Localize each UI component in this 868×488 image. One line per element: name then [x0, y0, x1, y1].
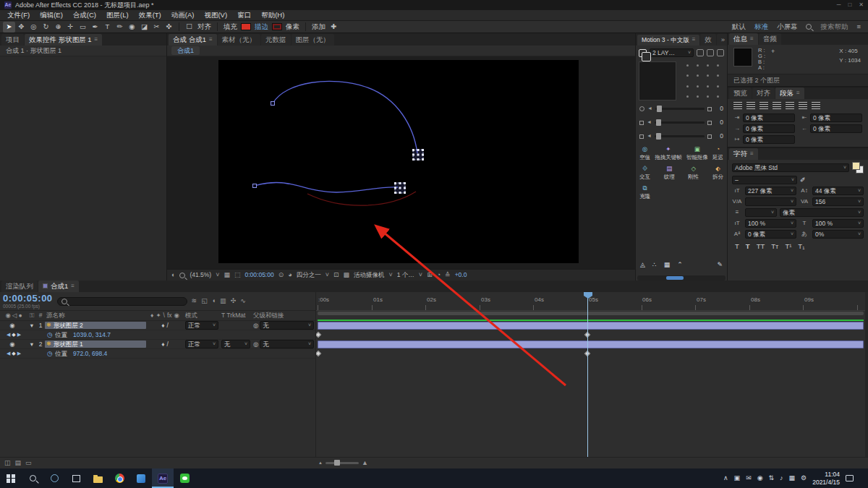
motion-blur-icon[interactable]: ✣ [231, 297, 237, 305]
menu-view[interactable]: 视图(V) [204, 11, 227, 19]
security-icon[interactable]: ▣ [734, 474, 741, 482]
always-preview-icon[interactable]: ◐ [171, 271, 175, 279]
layer-row-2[interactable]: ◉ ▾ 2 ✱形状图层 1 ♦/ 正常˅ 无˅ ◎无˅ [0, 340, 315, 349]
viewer-timecode[interactable]: 0:00:05:00 [245, 271, 274, 278]
snapshot-icon[interactable]: ⊙ [278, 271, 284, 279]
hide-shy-icon[interactable]: ◖ [212, 297, 216, 305]
panel-menu-icon[interactable]: ≡ [95, 36, 98, 43]
start-button[interactable] [0, 468, 22, 488]
motion-button-texture[interactable]: ▤纹理 [664, 165, 675, 180]
wechat-button[interactable] [174, 468, 195, 488]
indent-left-field[interactable]: ⇥0 像素 [733, 114, 795, 122]
stroke-unit-select[interactable]: 像素˅ [780, 208, 864, 217]
menu-composition[interactable]: 合成(C) [73, 11, 96, 19]
pickwhip-icon[interactable]: ◎ [253, 341, 258, 348]
expand-arrow-icon[interactable]: ▾ [27, 341, 36, 348]
keyframe-icon[interactable] [316, 332, 321, 338]
property-name[interactable]: 位置 [55, 331, 67, 338]
composition-canvas[interactable] [218, 60, 579, 263]
file-explorer-button[interactable] [87, 468, 109, 488]
comp-mini-flowchart-icon[interactable]: ≋ [192, 297, 197, 305]
blend-mode-select[interactable]: 正常˅ [185, 340, 218, 348]
draft-3d-icon[interactable]: ◱ [201, 297, 208, 305]
workspace-small-screen[interactable]: 小屏幕 [777, 22, 798, 30]
roto-brush-tool[interactable]: ✂ [150, 22, 163, 33]
stopwatch-icon[interactable]: ◷ [45, 350, 55, 358]
transparency-grid-icon[interactable]: ▩ [343, 271, 349, 279]
justify-last-center-icon[interactable] [786, 102, 794, 109]
zoom-out-mountain-icon[interactable]: ▲ [318, 461, 323, 466]
quality-icon[interactable]: ♦ [161, 341, 164, 348]
timeline-track-area[interactable]: :00s 01s 02s 03s 04s 05s 06s 07s 08s 09s [316, 292, 865, 457]
grid-icon[interactable]: ▦ [664, 261, 671, 269]
fill-swatch[interactable] [241, 23, 251, 30]
kerning-field[interactable]: ˅ [745, 197, 796, 206]
tray-expand-icon[interactable]: ∧ [723, 474, 728, 482]
mask-visibility-icon[interactable]: ⬚ [234, 271, 241, 279]
tab-timeline-comp1[interactable]: 合成1≡ [38, 281, 79, 292]
fast-previews-icon[interactable]: ◔ [437, 271, 441, 279]
menu-file[interactable]: 文件(F) [7, 11, 30, 19]
property-row-position-2[interactable]: ◀◆▶ ◷ 位置 972.0, 698.4 [0, 349, 315, 359]
tab-metadata[interactable]: 元数据 [261, 34, 291, 46]
motion-button-interact[interactable]: ⟐交互 [639, 165, 650, 180]
checkbox-icon[interactable] [639, 121, 644, 125]
graph-editor-icon[interactable]: ∿ [240, 297, 246, 305]
tab-paragraph[interactable]: 段落≡ [775, 87, 804, 99]
menu-window[interactable]: 窗口 [237, 11, 251, 19]
tab-layer[interactable]: 图层（无） [292, 34, 335, 46]
puppet-pin-tool[interactable]: ✜ [163, 22, 175, 33]
pixel-aspect-icon[interactable]: ⊞ [427, 271, 433, 279]
tab-overflow-icon[interactable]: » [717, 34, 727, 46]
checkbox-icon[interactable] [707, 121, 712, 125]
eyedropper-icon[interactable]: ✐ [800, 176, 806, 184]
tsume-field[interactable]: 0%˅ [812, 230, 864, 239]
workspace-default[interactable]: 默认 [732, 22, 746, 30]
space-before-field[interactable]: →0 像素 [733, 124, 795, 133]
task-view-button[interactable] [65, 468, 87, 488]
vertical-scale-field[interactable]: 100 %˅ [812, 219, 864, 228]
motion-button-null[interactable]: ◎空值 [639, 145, 650, 160]
checkbox-icon[interactable] [707, 107, 712, 111]
tab-render-queue[interactable]: 渲染队列 [1, 281, 38, 292]
cortana-button[interactable] [43, 468, 65, 488]
stroke-width-field[interactable]: ˅ [745, 208, 777, 217]
zoom-tool[interactable]: ◎ [27, 22, 40, 33]
layer-row-1[interactable]: ◉ ▾ 1 ✱形状图层 2 ♦/ 正常˅ ◎无˅ [0, 321, 315, 330]
stroke-label[interactable]: 描边 [255, 22, 268, 30]
blend-mode-select[interactable]: 正常˅ [185, 321, 218, 330]
quality-icon[interactable]: ♦ [161, 322, 164, 329]
mode-header[interactable]: 模式 [184, 312, 220, 319]
menu-animation[interactable]: 动画(A) [171, 11, 195, 19]
checkbox-icon[interactable] [639, 134, 644, 139]
pickwhip-icon[interactable]: ◎ [253, 322, 258, 329]
baseline-shift-field[interactable]: 0 像素˅ [745, 230, 796, 239]
tab-project[interactable]: 项目 [1, 34, 24, 46]
motion-frame-icon[interactable] [697, 49, 704, 56]
motion-slider[interactable] [655, 135, 705, 137]
tracking-field[interactable]: 156˅ [812, 197, 864, 206]
viewer-tab-comp1[interactable]: 合成1 [171, 46, 200, 56]
layer-name[interactable]: 形状图层 2 [54, 322, 83, 329]
stopwatch-icon[interactable]: ◷ [45, 331, 55, 339]
frame-blend-icon[interactable]: ▥ [220, 297, 226, 305]
rig-icon[interactable]: ∴ [652, 261, 657, 269]
arrow-left-icon[interactable]: ◄ [647, 133, 652, 139]
taskbar-clock[interactable]: 11:04 2021/4/15 [812, 471, 840, 485]
motion-button-drag-keyframes[interactable]: ✦拖拽关键帧 [655, 145, 682, 160]
selection-tool[interactable]: ➤ [3, 22, 15, 33]
expand-layer-switches-icon[interactable]: ◫ [4, 459, 11, 467]
continuous-rasterize-icon[interactable]: / [166, 341, 168, 348]
taskbar-search-button[interactable] [22, 468, 43, 488]
menu-help[interactable]: 帮助(H) [261, 11, 284, 19]
add-keyframe-icon[interactable]: ◆ [12, 332, 15, 338]
first-line-indent-field[interactable]: ↦0 像素 [733, 135, 795, 144]
network-icon[interactable]: ▦ [789, 474, 796, 482]
motion-settings-icon[interactable] [717, 49, 724, 56]
search-icon[interactable] [806, 24, 812, 30]
tab-composition[interactable]: 合成 合成1≡ [169, 34, 217, 46]
property-value[interactable]: 972.0, 698.4 [73, 350, 107, 357]
zoom-level[interactable]: (41.5%) [190, 271, 211, 278]
timeline-button-icon[interactable]: ≙ [445, 271, 451, 279]
tab-effect-controls[interactable]: 效果控件 形状图层 1≡ [25, 34, 102, 46]
